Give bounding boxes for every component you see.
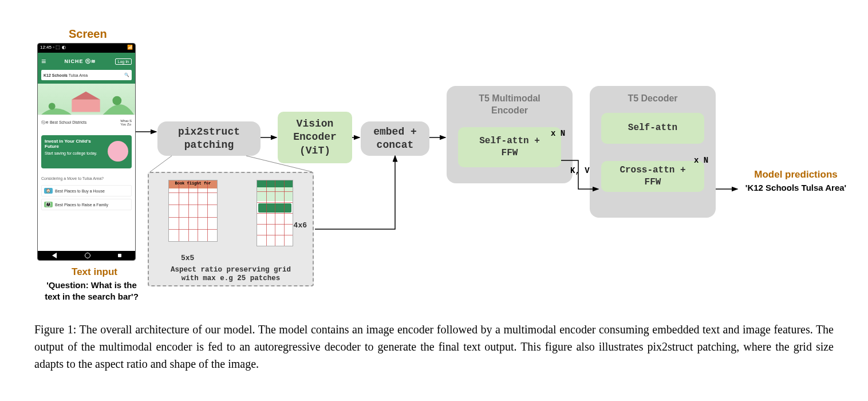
login-button: Log In bbox=[115, 58, 132, 65]
repeat-n-label-decoder: x N bbox=[694, 156, 708, 165]
phone-navbar bbox=[38, 251, 135, 260]
patching-desc: Aspect ratio preserving grid with max e.… bbox=[149, 266, 313, 283]
phone-list-row: 👪 Best Places to Raise a Family bbox=[41, 199, 132, 210]
nav-home-icon bbox=[85, 253, 90, 258]
house-icon: 🏠 bbox=[44, 188, 53, 194]
figure-caption: Figure 1: The overall architecture of ou… bbox=[34, 321, 834, 372]
chip-left: ⓝ≋ Best School Districts bbox=[41, 120, 86, 125]
nav-back-icon bbox=[52, 253, 57, 258]
phone-hero-chip: ⓝ≋ Best School Districts What S You Zo bbox=[38, 115, 135, 129]
chip-right: What S You Zo bbox=[120, 119, 132, 126]
svg-rect-0 bbox=[72, 100, 100, 112]
row-label: Best Places to Buy a House bbox=[55, 189, 105, 193]
t5dec-title: T5 Decoder bbox=[628, 93, 677, 105]
phone-statusbar: 12:45 ◦ ⬚ ◐ 📶 bbox=[38, 44, 135, 53]
patching-thumb-4x6 bbox=[257, 180, 293, 246]
vision-encoder-block: Vision Encoder (ViT) bbox=[278, 112, 352, 163]
screen-label: Screen bbox=[69, 27, 107, 41]
phone-search-row: K12 Schools Tulsa Area 🔍 bbox=[38, 70, 135, 84]
grid-overlay bbox=[169, 180, 217, 241]
repeat-n-label-encoder: x N bbox=[551, 129, 565, 138]
model-predictions-content: 'K12 Schools Tulsa Area' bbox=[739, 182, 853, 194]
nav-recents-icon bbox=[118, 254, 121, 257]
t5dec-selfattn: Self-attn bbox=[601, 113, 704, 144]
patching-detail-box: Book flight for 5x5 4x6 Aspect ratio pre… bbox=[148, 172, 314, 286]
pix2struct-patching-block: pix2struct patching bbox=[157, 121, 261, 156]
svg-point-3 bbox=[49, 103, 56, 110]
text-input-content: 'Question: What is the text in the searc… bbox=[40, 280, 143, 302]
phone-screenshot: 12:45 ◦ ⬚ ◐ 📶 ≡ NICHE ⓝ≋ Log In K12 Scho… bbox=[37, 43, 136, 261]
svg-marker-1 bbox=[72, 92, 100, 100]
architecture-diagram: Screen 12:45 ◦ ⬚ ◐ 📶 ≡ NICHE ⓝ≋ Log In K… bbox=[0, 0, 868, 309]
phone-signal: 📶 bbox=[127, 45, 133, 52]
label-5x5: 5x5 bbox=[181, 254, 194, 262]
phone-section-title: Considering a Move to Tulsa Area? bbox=[38, 174, 135, 183]
t5dec-crossattn: Cross-attn + FFW bbox=[601, 161, 704, 192]
svg-line-10 bbox=[150, 156, 172, 172]
model-predictions-label: Model predictions bbox=[739, 169, 853, 180]
phone-invest-card: Invest in Your Child's Future Start savi… bbox=[41, 135, 132, 168]
t5enc-title: T5 Multimodal Encoder bbox=[479, 93, 540, 117]
row-label: Best Places to Raise a Family bbox=[55, 203, 108, 207]
phone-list-row: 🏠 Best Places to Buy a House bbox=[41, 185, 132, 196]
search-icon: 🔍 bbox=[124, 73, 129, 77]
t5enc-inner: Self-attn + FFW bbox=[458, 127, 561, 167]
piggy-bank-icon bbox=[108, 141, 128, 162]
phone-search-box: K12 Schools Tulsa Area 🔍 bbox=[41, 70, 132, 80]
phone-time: 12:45 ◦ ⬚ ◐ bbox=[40, 45, 66, 52]
patching-thumb-5x5: Book flight for bbox=[168, 180, 218, 242]
grid-overlay bbox=[257, 180, 293, 246]
hamburger-icon: ≡ bbox=[41, 57, 46, 66]
family-icon: 👪 bbox=[44, 202, 53, 207]
t5-decoder-block: T5 Decoder Self-attn Cross-attn + FFW bbox=[590, 86, 716, 218]
svg-point-2 bbox=[112, 96, 121, 105]
embed-concat-block: embed + concat bbox=[361, 121, 429, 156]
phone-brand: NICHE ⓝ≋ bbox=[65, 58, 97, 65]
label-4x6: 4x6 bbox=[294, 221, 307, 230]
kv-label: K, V bbox=[570, 166, 590, 175]
phone-hero: ⓝ≋ Best School Districts What S You Zo bbox=[38, 84, 135, 129]
phone-appbar: ≡ NICHE ⓝ≋ Log In bbox=[38, 53, 135, 70]
text-input-label: Text input bbox=[60, 266, 129, 278]
